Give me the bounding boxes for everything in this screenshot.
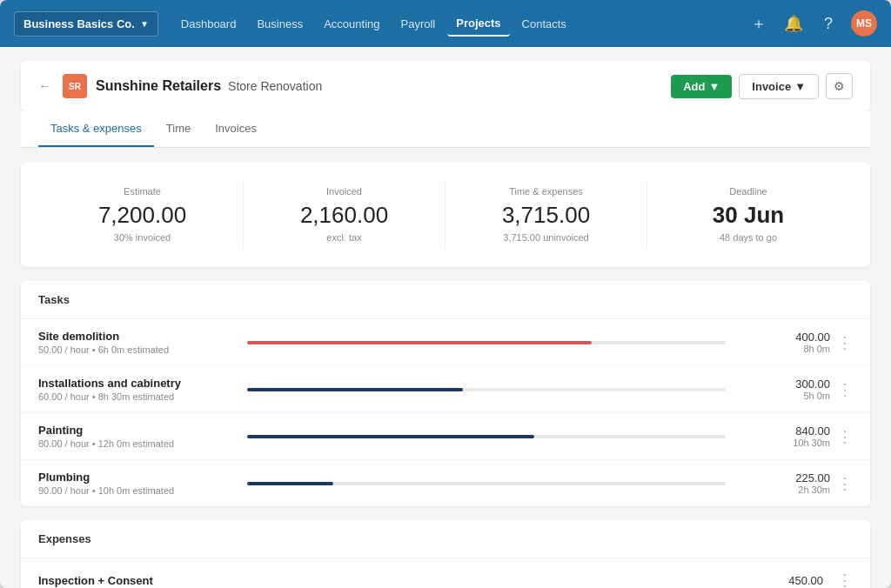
tab-time[interactable]: Time: [154, 111, 203, 147]
deadline-value: 30 Jun: [647, 202, 849, 229]
invoiced-label: Invoiced: [244, 186, 445, 197]
task-time: 2h 30m: [795, 484, 830, 495]
task-right: 300.00 5h 0m: [743, 378, 830, 401]
expense-amount: 450.00: [788, 574, 823, 587]
task-progress-bar: [247, 388, 726, 391]
add-icon[interactable]: ＋: [747, 11, 771, 36]
estimate-label: Estimate: [42, 186, 243, 197]
add-button[interactable]: Add ▼: [671, 75, 732, 98]
tab-tasks-expenses[interactable]: Tasks & expenses: [38, 111, 154, 147]
time-expenses-value: 3,715.00: [446, 202, 646, 229]
user-avatar[interactable]: MS: [851, 10, 877, 37]
summary-invoiced: Invoiced 2,160.00 excl. tax: [244, 179, 446, 250]
summary-estimate: Estimate 7,200.00 30% invoiced: [42, 179, 244, 250]
task-time: 5h 0m: [795, 391, 830, 401]
tabs-bar: Tasks & expenses Time Invoices: [21, 111, 870, 148]
task-name: Installations and cabinetry: [38, 377, 230, 390]
expenses-section: Expenses Inspection + Consent 450.00 ⋮ F…: [21, 520, 870, 588]
nav-accounting[interactable]: Accounting: [315, 12, 388, 36]
task-menu-icon[interactable]: ⋮: [830, 427, 853, 446]
expense-name: Inspection + Consent: [38, 574, 788, 587]
task-right: 400.00 8h 0m: [743, 331, 830, 354]
project-header: ← SR Sunshine Retailers Store Renovation…: [21, 61, 870, 111]
project-subtitle: Store Renovation: [228, 79, 322, 93]
task-name: Painting: [38, 424, 230, 437]
task-info: Site demolition 50.00 / hour • 6h 0m est…: [38, 330, 230, 355]
task-name: Site demolition: [38, 330, 230, 343]
deadline-sub: 48 days to go: [647, 232, 849, 243]
summary-time-expenses: Time & expenses 3,715.00 3,715.00 uninvo…: [446, 179, 647, 250]
time-expenses-sub: 3,715.00 uninvoiced: [446, 232, 646, 243]
task-progress-bar: [247, 482, 726, 485]
summary-section: Estimate 7,200.00 30% invoiced Invoiced …: [21, 162, 870, 267]
nav-business[interactable]: Business: [248, 12, 312, 36]
task-row: Site demolition 50.00 / hour • 6h 0m est…: [21, 319, 870, 366]
task-menu-icon[interactable]: ⋮: [830, 474, 853, 493]
task-info: Painting 80.00 / hour • 12h 0m estimated: [38, 424, 230, 449]
task-amount: 225.00: [795, 471, 830, 484]
project-name: Sunshine Retailers: [96, 78, 221, 94]
task-meta: 60.00 / hour • 8h 30m estimated: [38, 391, 230, 402]
main-content: ← SR Sunshine Retailers Store Renovation…: [0, 47, 891, 588]
app-window: Business Basics Co. ▼ Dashboard Business…: [0, 0, 891, 588]
expense-menu-icon[interactable]: ⋮: [837, 571, 853, 588]
task-time: 8h 0m: [795, 344, 830, 354]
task-meta: 80.00 / hour • 12h 0m estimated: [38, 438, 230, 449]
help-icon[interactable]: ?: [816, 11, 841, 36]
invoice-button[interactable]: Invoice ▼: [739, 74, 819, 99]
task-menu-icon[interactable]: ⋮: [830, 380, 853, 399]
task-meta: 50.00 / hour • 6h 0m estimated: [38, 344, 230, 355]
task-amount: 840.00: [793, 424, 830, 438]
task-info: Plumbing 90.00 / hour • 10h 0m estimated: [38, 471, 230, 496]
tasks-section: Tasks Site demolition 50.00 / hour • 6h …: [21, 281, 870, 506]
estimate-value: 7,200.00: [42, 202, 243, 229]
tasks-header: Tasks: [21, 281, 870, 319]
task-menu-icon[interactable]: ⋮: [830, 333, 853, 352]
project-logo: SR: [63, 74, 87, 98]
summary-deadline: Deadline 30 Jun 48 days to go: [647, 179, 849, 250]
add-chevron-icon: ▼: [708, 80, 720, 93]
task-meta: 90.00 / hour • 10h 0m estimated: [38, 485, 230, 496]
task-right: 225.00 2h 30m: [743, 471, 830, 495]
expense-row: Inspection + Consent 450.00 ⋮: [21, 558, 870, 588]
nav-links: Dashboard Business Accounting Payroll Pr…: [172, 11, 747, 37]
nav-contacts[interactable]: Contacts: [513, 12, 575, 36]
settings-button[interactable]: ⚙: [826, 73, 853, 99]
bell-icon[interactable]: 🔔: [781, 11, 806, 36]
project-actions: Add ▼ Invoice ▼ ⚙: [671, 73, 853, 99]
task-row: Painting 80.00 / hour • 12h 0m estimated…: [21, 413, 870, 460]
task-time: 10h 30m: [793, 438, 830, 448]
summary-grid: Estimate 7,200.00 30% invoiced Invoiced …: [42, 179, 849, 250]
brand-selector[interactable]: Business Basics Co. ▼: [14, 11, 158, 37]
task-name: Plumbing: [38, 471, 230, 484]
task-info: Installations and cabinetry 60.00 / hour…: [38, 377, 230, 402]
nav-projects[interactable]: Projects: [447, 11, 509, 37]
task-row: Plumbing 90.00 / hour • 10h 0m estimated…: [21, 460, 870, 506]
brand-chevron-icon: ▼: [140, 19, 149, 29]
nav-dashboard[interactable]: Dashboard: [172, 12, 245, 36]
tab-invoices[interactable]: Invoices: [203, 111, 269, 147]
time-expenses-label: Time & expenses: [446, 186, 646, 197]
invoiced-sub: excl. tax: [244, 232, 445, 243]
expenses-header: Expenses: [21, 520, 870, 558]
task-amount: 300.00: [795, 378, 830, 391]
task-progress-bar: [247, 435, 726, 438]
back-button[interactable]: ←: [38, 78, 52, 94]
brand-name: Business Basics Co.: [23, 17, 135, 30]
task-progress-bar: [247, 341, 726, 344]
invoiced-value: 2,160.00: [244, 202, 445, 229]
estimate-sub: 30% invoiced: [42, 232, 243, 243]
task-right: 840.00 10h 30m: [743, 424, 830, 448]
nav-payroll[interactable]: Payroll: [392, 12, 444, 36]
invoice-chevron-icon: ▼: [794, 80, 806, 93]
task-amount: 400.00: [795, 331, 830, 344]
task-row: Installations and cabinetry 60.00 / hour…: [21, 366, 870, 413]
nav-actions: ＋ 🔔 ? MS: [747, 10, 877, 37]
deadline-label: Deadline: [647, 186, 849, 197]
top-nav: Business Basics Co. ▼ Dashboard Business…: [0, 0, 891, 47]
